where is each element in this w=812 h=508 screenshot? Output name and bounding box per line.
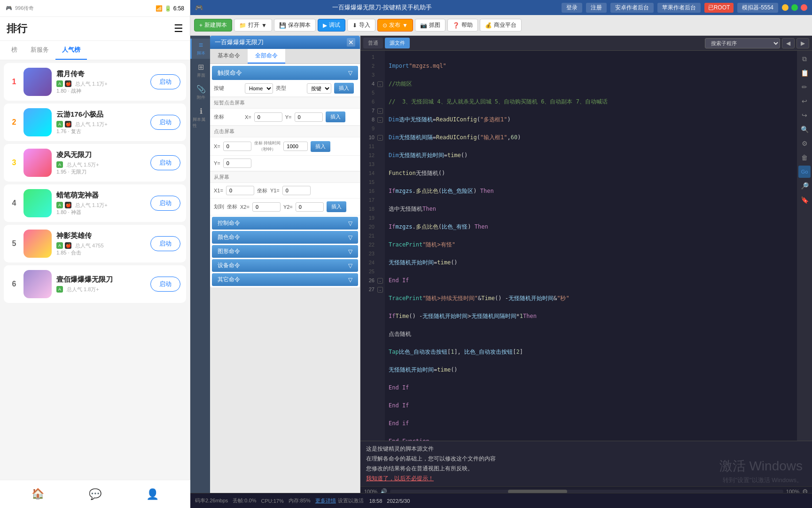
new-script-btn[interactable]: + 新建脚本 — [194, 19, 232, 32]
next-nav-btn[interactable]: ▶ — [796, 38, 809, 48]
shape-section[interactable]: 图形命令 ▽ — [212, 245, 358, 258]
x1-input[interactable] — [226, 186, 254, 195]
launch-btn-3[interactable]: 启动 — [150, 155, 180, 170]
launch-btn-2[interactable]: 启动 — [150, 115, 180, 130]
launch-btn-6[interactable]: 启动 — [150, 277, 180, 292]
register-btn[interactable]: 注册 — [586, 3, 607, 13]
touch-expand-icon[interactable]: ▽ — [348, 70, 352, 76]
control-section[interactable]: 控制命令 ▽ — [212, 217, 358, 230]
code-line-8: If mzgzs.多点比色(比色_危险区) Then — [389, 187, 793, 196]
insert-key-btn[interactable]: 插入 — [334, 83, 354, 94]
launch-btn-4[interactable]: 启动 — [150, 196, 180, 211]
touch-section-header[interactable]: 触摸命令 ▽ — [212, 66, 358, 80]
find-icon[interactable]: 🔍 — [798, 123, 811, 135]
app-content: ≡ 脚本 ⊞ 界面 📎 附件 ℹ 脚本属性 一百爆爆爆无限刀 ✕ — [190, 36, 812, 508]
save-btn[interactable]: 💾 保存脚本 — [274, 19, 316, 32]
tab-popular[interactable]: 人气榜 — [55, 41, 87, 60]
badges-2: A 🍎 总人气 1.1万+ — [56, 121, 146, 128]
insert-duration-btn[interactable]: 插入 — [311, 141, 330, 152]
publish-btn[interactable]: ⊙ 发布 ▼ — [377, 19, 413, 32]
y3-input[interactable] — [223, 159, 251, 168]
info-link[interactable]: 我知道了，以后不必提示！ — [366, 475, 806, 483]
tab-bang[interactable]: 榜 — [5, 41, 24, 60]
dialog-close-btn[interactable]: ✕ — [347, 38, 355, 47]
all-commands-tab[interactable]: 全部命令 — [248, 49, 285, 64]
insert-click-btn[interactable]: 插入 — [326, 111, 345, 122]
social-bottom-icon[interactable]: 💬 — [89, 488, 102, 500]
open-dropdown-icon: ▼ — [261, 22, 267, 29]
fold-marker-26[interactable]: - — [377, 278, 383, 284]
other-section[interactable]: 其它命令 ▽ — [212, 273, 358, 286]
paste-icon[interactable]: 📋 — [798, 67, 811, 79]
y2-input[interactable] — [296, 202, 324, 212]
maximize-btn[interactable] — [791, 4, 798, 11]
basic-commands-tab[interactable]: 基本命令 — [210, 49, 248, 64]
insert-swipe-btn[interactable]: 插入 — [327, 201, 346, 212]
subroutine-dropdown[interactable]: 搜索子程序 — [705, 38, 780, 48]
redo-icon[interactable]: ↪ — [798, 109, 811, 121]
fold-marker-8[interactable]: - — [377, 117, 383, 123]
copy-icon[interactable]: ⧉ — [798, 53, 811, 65]
capture-btn[interactable]: 📷 抓图 — [415, 19, 445, 32]
tools-icon[interactable]: ⚙ — [798, 137, 811, 150]
app-icon-2 — [23, 108, 52, 136]
help-btn[interactable]: ❓ 帮助 — [447, 19, 478, 32]
ln-22: 22 — [360, 240, 375, 249]
x2-label2: X2= — [240, 204, 250, 210]
duration-input[interactable] — [283, 142, 308, 151]
new-script-label: 新建脚本 — [204, 21, 227, 29]
x-input[interactable] — [254, 112, 282, 122]
fold-marker-7[interactable]: - — [377, 108, 383, 114]
search2-icon[interactable]: 🔎 — [798, 180, 811, 192]
undo-icon[interactable]: ↩ — [798, 95, 811, 107]
type-select[interactable]: 按键 — [307, 83, 331, 94]
android-backend-btn[interactable]: 安卓作者后台 — [610, 3, 654, 13]
user-bottom-icon[interactable]: 👤 — [146, 488, 159, 500]
ios-backend-btn[interactable]: 苹果作者后台 — [657, 3, 701, 13]
home-bottom-icon[interactable]: 🏠 — [31, 488, 44, 501]
sidebar-item-properties[interactable]: ℹ 脚本属性 — [190, 104, 210, 131]
launch-btn-5[interactable]: 启动 — [150, 236, 180, 251]
debug-btn[interactable]: ▶ 调试 — [318, 19, 345, 32]
popularity-5: 总人气 4755 — [75, 242, 104, 249]
app-info-3: 凌风无限刀 A 总人气 1.5万+ 1.95 · 无限刀 — [56, 151, 146, 175]
fold-marker-4[interactable]: - — [377, 81, 383, 87]
commercial-btn[interactable]: 💰 商业平台 — [480, 19, 522, 32]
tab-source[interactable]: 源文件 — [385, 38, 410, 48]
sidebar-item-ui[interactable]: ⊞ 界面 — [190, 60, 210, 81]
win-controls — [782, 4, 807, 11]
code-content[interactable]: Import "mzgzs.mql" //功能区 // 3、无怪回城 4、见人就… — [385, 51, 797, 441]
fold-marker-27[interactable]: - — [377, 287, 383, 293]
fm-20 — [377, 222, 385, 231]
edit-icon[interactable]: ✏ — [798, 81, 811, 93]
color-section[interactable]: 颜色命令 ▽ — [212, 231, 358, 244]
login-btn[interactable]: 登录 — [562, 3, 582, 13]
y-input[interactable] — [295, 112, 323, 122]
y1-input[interactable] — [282, 186, 311, 195]
menu-icon[interactable]: ☰ — [174, 23, 183, 35]
color-label: 颜色命令 — [218, 233, 240, 241]
launch-btn-1[interactable]: 启动 — [150, 74, 180, 89]
no-show-link[interactable]: 我知道了，以后不必提示！ — [366, 475, 434, 482]
commands-scroll[interactable]: 触摸命令 ▽ 按键 Home 类型 按键 插入 — [210, 64, 360, 287]
x2-input[interactable] — [223, 142, 251, 151]
fold-marker-10[interactable]: - — [377, 135, 383, 141]
device-section[interactable]: 设备命令 ▽ — [212, 259, 358, 272]
tab-new-service[interactable]: 新服务 — [24, 41, 55, 60]
open-btn[interactable]: 📁 打开 ▼ — [234, 19, 272, 32]
prev-nav-btn[interactable]: ◀ — [782, 38, 795, 48]
color-expand-icon: ▽ — [348, 234, 352, 241]
import-btn[interactable]: ⬇ 导入 — [347, 19, 375, 32]
tab-normal[interactable]: 普通 — [363, 38, 383, 48]
more-metric[interactable]: 更多详情 设置以激活 — [315, 497, 364, 504]
key-select[interactable]: Home — [245, 83, 273, 94]
x2-input2[interactable] — [252, 202, 281, 212]
sidebar-item-attachment[interactable]: 📎 附件 — [190, 82, 210, 103]
sidebar-item-script[interactable]: ≡ 脚本 — [190, 39, 210, 59]
delete-icon[interactable]: 🗑 — [798, 151, 811, 164]
dialog-titlebar: 一百爆爆爆无限刀 ✕ — [210, 36, 360, 49]
close-btn[interactable] — [801, 4, 807, 11]
ln-24: 24 — [360, 258, 375, 267]
bookmark-icon[interactable]: 🔖 — [798, 194, 811, 206]
minimize-btn[interactable] — [782, 4, 789, 11]
